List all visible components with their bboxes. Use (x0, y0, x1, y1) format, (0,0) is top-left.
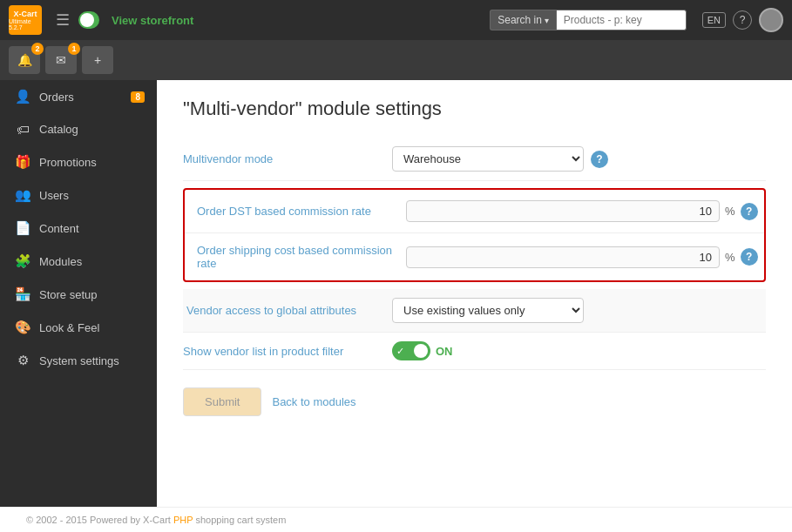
vendor-access-label: Vendor access to global attributes (183, 304, 392, 317)
topbar: X-Cart Ultimate 5.2.7 ☰ View storefront … (0, 0, 792, 40)
orders-icon: 👤 (15, 89, 30, 104)
order-dst-help-icon[interactable]: ? (741, 203, 758, 220)
notifications-badge: 2 (31, 43, 44, 55)
toggle-knob (80, 13, 94, 27)
order-shipping-label: Order shipping cost based commission rat… (197, 244, 406, 270)
order-shipping-control: % ? (406, 246, 758, 268)
modules-icon: 🧩 (15, 253, 30, 269)
system-settings-icon: ⚙ (15, 353, 30, 368)
sidebar-label-store-setup: Store setup (39, 288, 98, 301)
sidebar-item-look-feel[interactable]: 🎨 Look & Feel (0, 311, 157, 344)
order-dst-label: Order DST based commission rate (197, 205, 406, 218)
sidebar-label-look-feel: Look & Feel (39, 321, 99, 334)
order-shipping-pct: % (725, 251, 735, 264)
footer-text: © 2002 - 2015 Powered by X-Cart (26, 515, 171, 525)
sidebar-item-modules[interactable]: 🧩 Modules (0, 245, 157, 278)
multivendor-mode-help-icon[interactable]: ? (591, 151, 608, 168)
store-setup-icon: 🏪 (15, 286, 30, 302)
notifications-button[interactable]: 🔔 2 (9, 46, 40, 74)
search-box: Search in (490, 10, 686, 30)
show-vendor-toggle-wrap: ✓ ON (392, 341, 453, 360)
sidebar-item-orders[interactable]: 👤 Orders 8 (0, 80, 157, 113)
order-shipping-row: Order shipping cost based commission rat… (185, 233, 764, 280)
search-input[interactable] (556, 10, 687, 30)
sidebar: 👤 Orders 8 🏷 Catalog 🎁 Promotions 👥 User… (0, 80, 157, 507)
submit-button[interactable]: Submit (183, 387, 261, 416)
sidebar-label-catalog: Catalog (39, 123, 78, 136)
order-shipping-help-icon[interactable]: ? (741, 248, 758, 266)
help-button[interactable]: ? (733, 10, 752, 30)
secondary-nav: 🔔 2 ✉ 1 + (0, 40, 792, 80)
look-feel-icon: 🎨 (15, 320, 30, 335)
show-vendor-label: Show vendor list in product filter (183, 345, 392, 358)
users-icon: 👥 (15, 187, 30, 203)
sidebar-label-promotions: Promotions (39, 156, 97, 169)
catalog-icon: 🏷 (15, 122, 30, 137)
multivendor-mode-select[interactable]: Warehouse Vendors as separate shops (392, 146, 584, 172)
avatar[interactable] (759, 8, 783, 32)
toggle-check-icon: ✓ (396, 346, 404, 357)
sidebar-label-orders: Orders (39, 91, 74, 104)
footer-text2: shopping cart system (195, 515, 286, 525)
vendor-access-select[interactable]: Use existing values only Add new values … (392, 298, 584, 323)
toggle-knob (414, 344, 428, 358)
order-dst-input[interactable] (406, 200, 720, 222)
storefront-toggle[interactable] (78, 11, 99, 29)
messages-badge: 1 (68, 43, 80, 55)
sidebar-label-modules: Modules (39, 255, 82, 268)
footer-link[interactable]: PHP (173, 515, 193, 525)
sidebar-label-content: Content (39, 222, 79, 235)
vendor-access-row: Vendor access to global attributes Use e… (183, 289, 766, 333)
view-storefront-link[interactable]: View storefront (112, 14, 193, 27)
language-button[interactable]: EN (702, 12, 726, 28)
orders-badge: 8 (131, 91, 145, 103)
messages-button[interactable]: ✉ 1 (45, 46, 77, 74)
promotions-icon: 🎁 (15, 154, 30, 170)
show-vendor-toggle[interactable]: ✓ (392, 341, 430, 360)
sidebar-label-system-settings: System settings (39, 354, 119, 367)
footer: © 2002 - 2015 Powered by X-Cart PHP shop… (0, 507, 792, 532)
order-dst-control: % ? (406, 200, 758, 222)
menu-icon[interactable]: ☰ (56, 10, 70, 30)
back-to-modules-link[interactable]: Back to modules (272, 395, 355, 408)
toggle-on-label: ON (436, 345, 453, 358)
sidebar-item-promotions[interactable]: 🎁 Promotions (0, 145, 157, 178)
page-title: "Multi-vendor" module settings (183, 98, 766, 120)
sidebar-item-store-setup[interactable]: 🏪 Store setup (0, 278, 157, 311)
order-shipping-input[interactable] (406, 246, 720, 268)
logo-version: Ultimate 5.2.7 (9, 18, 42, 30)
sidebar-item-system-settings[interactable]: ⚙ System settings (0, 344, 157, 377)
show-vendor-row: Show vendor list in product filter ✓ ON (183, 333, 766, 370)
content-area: "Multi-vendor" module settings Multivend… (157, 80, 792, 507)
order-dst-pct: % (725, 205, 735, 218)
multivendor-mode-label: Multivendor mode (183, 152, 392, 165)
sidebar-item-catalog[interactable]: 🏷 Catalog (0, 113, 157, 145)
content-icon: 📄 (15, 220, 30, 236)
topbar-icons: EN ? (702, 8, 783, 32)
commission-section: Order DST based commission rate % ? Orde… (183, 188, 766, 282)
sidebar-item-users[interactable]: 👥 Users (0, 178, 157, 212)
form-actions: Submit Back to modules (183, 387, 766, 416)
main-layout: 👤 Orders 8 🏷 Catalog 🎁 Promotions 👥 User… (0, 80, 792, 507)
multivendor-mode-row: Multivendor mode Warehouse Vendors as se… (183, 138, 766, 181)
sidebar-label-users: Users (39, 189, 69, 202)
logo-name: X-Cart (13, 10, 37, 19)
add-button[interactable]: + (82, 46, 113, 74)
sidebar-item-content[interactable]: 📄 Content (0, 212, 157, 245)
logo[interactable]: X-Cart Ultimate 5.2.7 (9, 5, 42, 35)
search-in-button[interactable]: Search in (490, 10, 555, 30)
order-dst-row: Order DST based commission rate % ? (185, 190, 764, 233)
